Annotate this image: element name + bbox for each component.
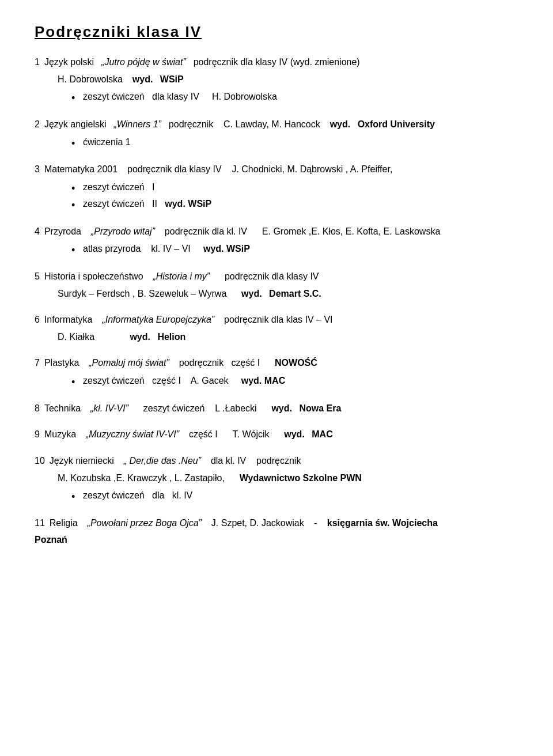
section-line-main: 9 Muzyka „Muzyczny świat IV-VI” część I … <box>35 427 518 442</box>
publisher-prefix: wyd. <box>241 286 262 301</box>
book-label: podręcznik dla klasy IV J. Chodnicki, M.… <box>127 162 392 177</box>
list-item: zeszyt ćwiczeń część I A. Gacek wyd. MAC <box>69 373 518 390</box>
subject: Przyroda <box>44 224 81 239</box>
bullet-list: zeszyt ćwiczeń dla kl. IV <box>35 487 518 504</box>
bullet-list: ćwiczenia 1 <box>35 134 518 151</box>
publisher-prefix: wyd. <box>330 117 351 132</box>
subject: Język niemiecki <box>50 453 114 468</box>
bullet-list: zeszyt ćwiczeń część I A. Gacek wyd. MAC <box>35 373 518 390</box>
section-number: 9 <box>35 427 40 442</box>
publisher-prefix: wyd. <box>132 72 153 87</box>
section-line-main: 1 Język polski „Jutro pójdę w świat” pod… <box>35 55 518 70</box>
list-item: zeszyt ćwiczeń I <box>69 179 518 196</box>
publisher: WSiP <box>160 72 184 87</box>
book-label: podręcznik dla klas IV – VI <box>224 312 333 327</box>
nowosci-badge: NOWOŚĆ <box>275 356 317 371</box>
book-title: „kl. IV-VI” <box>90 401 128 416</box>
list-item: zeszyt ćwiczeń dla kl. IV <box>69 487 518 504</box>
author-line: M. Kozubska ,E. Krawczyk , L. Zastapiło,… <box>35 471 518 486</box>
bullet-list: atlas przyroda kl. IV – VI wyd. WSiP <box>35 241 518 258</box>
publisher-prefix: wyd. <box>284 427 305 442</box>
section-10: 10 Język niemiecki „ Der,die das .Neu” d… <box>35 453 518 504</box>
section-number: 6 <box>35 312 40 327</box>
section-number: 3 <box>35 162 40 177</box>
page-title: Podręczniki klasa IV <box>35 23 518 41</box>
section-number: 10 <box>35 453 45 468</box>
book-label: podręcznik dla klasy IV (wyd. zmienione) <box>194 55 360 70</box>
publisher: Demart S.C. <box>269 286 321 301</box>
book-title: „Jutro pójdę w świat” <box>96 55 191 70</box>
section-5: 5 Historia i społeczeństwo „Historia i m… <box>35 269 518 301</box>
subject: Informatyka <box>44 312 93 327</box>
publisher-prefix: wyd. <box>271 401 292 416</box>
book-title: „Powołani przez Boga Ojca” <box>88 516 202 531</box>
section-number: 1 <box>35 55 40 70</box>
section-line-main: 6 Informatyka „Informatyka Europejczyka”… <box>35 312 518 327</box>
publisher: Oxford University <box>358 117 435 132</box>
publisher: Nowa Era <box>299 401 341 416</box>
book-label: część I <box>189 427 218 442</box>
section-line-main: 7 Plastyka „Pomaluj mój świat” podręczni… <box>35 356 518 371</box>
section-number: 8 <box>35 401 40 416</box>
book-title: „Muzyczny świat IV-VI” <box>86 427 179 442</box>
section-3: 3 Matematyka 2001 podręcznik dla klasy I… <box>35 162 518 212</box>
book-title: „ Der,die das .Neu” <box>124 453 201 468</box>
book-label: podręcznik dla klasy IV <box>225 269 319 284</box>
publisher: księgarnia św. Wojciecha <box>327 516 438 531</box>
section-number: 4 <box>35 224 40 239</box>
subject: Matematyka 2001 <box>44 162 118 177</box>
section-line-main: 5 Historia i społeczeństwo „Historia i m… <box>35 269 518 284</box>
subject: Język polski <box>44 55 94 70</box>
section-number: 11 <box>35 516 45 531</box>
list-item: zeszyt ćwiczeń dla klasy IV H. Dobrowols… <box>69 89 518 105</box>
list-item: ćwiczenia 1 <box>69 134 518 151</box>
book-title: „Winners 1” <box>109 117 166 132</box>
book-title: „Pomaluj mój świat” <box>89 356 169 371</box>
author: H. Dobrowolska <box>58 72 123 87</box>
section-11: 11 Religia „Powołani przez Boga Ojca” J.… <box>35 516 518 547</box>
section-line-main: 8 Technika „kl. IV-VI” zeszyt ćwiczeń L … <box>35 401 518 416</box>
author: M. Kozubska ,E. Krawczyk , L. Zastapiło, <box>58 471 225 486</box>
book-title: „Informatyka Europejczyka” <box>102 312 214 327</box>
section-6: 6 Informatyka „Informatyka Europejczyka”… <box>35 312 518 344</box>
author-line: Surdyk – Ferdsch , B. Szeweluk – Wyrwa w… <box>35 286 518 301</box>
subject: Muzyka <box>44 427 76 442</box>
book-title: „Historia i my” <box>153 269 210 284</box>
subject: Technika <box>44 401 81 416</box>
book-label: podręcznik dla kl. IV <box>165 224 247 239</box>
bullet-list: zeszyt ćwiczeń I zeszyt ćwiczeń II wyd. … <box>35 179 518 213</box>
section-7: 7 Plastyka „Pomaluj mój świat” podręczni… <box>35 356 518 389</box>
section-number: 7 <box>35 356 40 371</box>
publisher: Helion <box>157 330 185 345</box>
author-line: D. Kiałka wyd. Helion <box>35 330 518 345</box>
section-2: 2 Język angielski „Winners 1” podręcznik… <box>35 117 518 150</box>
author: T. Wójcik <box>232 427 269 442</box>
section-line-main: 10 Język niemiecki „ Der,die das .Neu” d… <box>35 453 518 468</box>
book-title: „Przyrodo witaj” <box>91 224 155 239</box>
book-label: dla kl. IV podręcznik <box>211 453 301 468</box>
publisher: MAC <box>312 427 332 442</box>
list-item: zeszyt ćwiczeń II wyd. WSiP <box>69 196 518 213</box>
subject: Język angielski <box>44 117 107 132</box>
book-label: zeszyt ćwiczeń L .Łabecki <box>143 401 257 416</box>
section-line-main: 4 Przyroda „Przyrodo witaj” podręcznik d… <box>35 224 518 239</box>
publisher-city-line: Poznań <box>35 532 518 547</box>
section-8: 8 Technika „kl. IV-VI” zeszyt ćwiczeń L … <box>35 401 518 416</box>
subject: Plastyka <box>44 356 79 371</box>
section-number: 5 <box>35 269 40 284</box>
author-line: H. Dobrowolska wyd. WSiP <box>35 72 518 87</box>
book-label: podręcznik C. Lawday, M. Hancock <box>169 117 320 132</box>
subject: Religia <box>50 516 78 531</box>
list-item: atlas przyroda kl. IV – VI wyd. WSiP <box>69 241 518 258</box>
section-line-main: 2 Język angielski „Winners 1” podręcznik… <box>35 117 518 132</box>
section-line-main: 11 Religia „Powołani przez Boga Ojca” J.… <box>35 516 518 531</box>
section-9: 9 Muzyka „Muzyczny świat IV-VI” część I … <box>35 427 518 442</box>
author: D. Kiałka <box>58 330 94 345</box>
author: Surdyk – Ferdsch , B. Szeweluk – Wyrwa <box>58 286 226 301</box>
section-4: 4 Przyroda „Przyrodo witaj” podręcznik d… <box>35 224 518 258</box>
publisher: Wydawnictwo Szkolne PWN <box>240 471 362 486</box>
section-line-main: 3 Matematyka 2001 podręcznik dla klasy I… <box>35 162 518 177</box>
author: E. Gromek ,E. Kłos, E. Kofta, E. Laskows… <box>262 224 440 239</box>
bullet-list: zeszyt ćwiczeń dla klasy IV H. Dobrowols… <box>35 89 518 105</box>
author: J. Szpet, D. Jackowiak <box>211 516 304 531</box>
